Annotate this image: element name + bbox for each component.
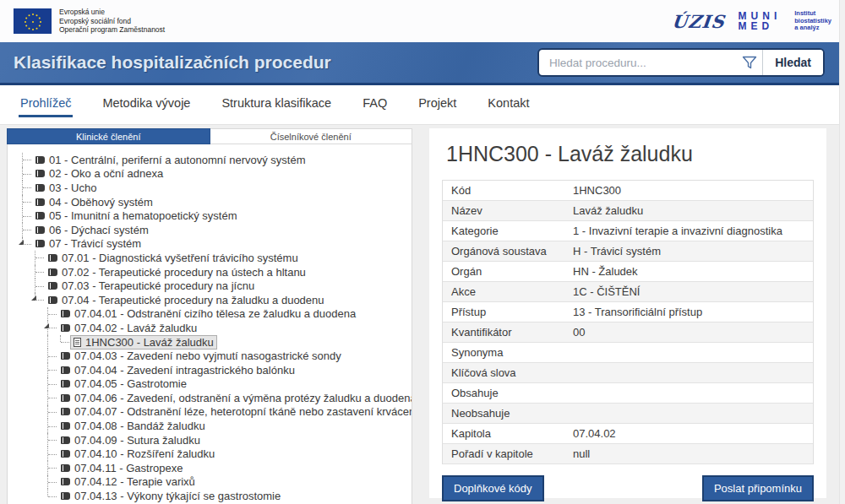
tree-item[interactable]: 07.04.06 - Zavedení, odstranění a výměna… bbox=[19, 391, 412, 405]
tree-item[interactable]: 07.04.09 - Sutura žaludku bbox=[19, 433, 412, 447]
attribute-row: Kapitola07.04.02 bbox=[443, 424, 813, 444]
tree-item-label: 07 - Trávicí systém bbox=[49, 237, 141, 250]
tree-connector bbox=[19, 167, 32, 182]
tree-item[interactable]: 07.04.11 - Gastropexe bbox=[19, 461, 412, 475]
nav-tab-4[interactable]: Projekt bbox=[417, 92, 458, 117]
nav-tab-3[interactable]: FAQ bbox=[361, 92, 389, 117]
tree-guide bbox=[19, 377, 32, 392]
additional-codes-button[interactable]: Doplňkové kódy bbox=[442, 475, 544, 501]
attribute-label: Kapitola bbox=[443, 424, 568, 443]
tree-item[interactable]: 07.01 - Diagnostická vyšetření trávicího… bbox=[19, 251, 412, 265]
search-input[interactable] bbox=[539, 57, 737, 69]
nav-tab-2[interactable]: Struktura klasifikace bbox=[220, 92, 333, 117]
tree-item[interactable]: 07.04.05 - Gastrotomie bbox=[19, 377, 412, 392]
tree-item[interactable]: 02 - Oko a oční adnexa bbox=[19, 167, 412, 182]
expanded-node-icon[interactable] bbox=[19, 240, 24, 245]
book-icon bbox=[61, 450, 70, 458]
book-icon bbox=[61, 310, 70, 317]
book-icon bbox=[48, 282, 57, 290]
attribute-label: Kód bbox=[443, 181, 568, 200]
tree-connector bbox=[45, 489, 57, 503]
tree-item[interactable]: 07.03 - Terapeutické procedury na jícnu bbox=[19, 279, 412, 293]
tree-item-label: 07.04.03 - Zavedení nebo vyjmutí nasogas… bbox=[74, 350, 341, 362]
nav-tab-5[interactable]: Kontakt bbox=[486, 92, 531, 117]
tree-item[interactable]: 05 - Imunitní a hematopoetický systém bbox=[19, 209, 412, 223]
tree-connector bbox=[57, 335, 70, 350]
attribute-row: NázevLaváž žaludku bbox=[443, 201, 813, 221]
tree-item[interactable]: 07.02 - Terapeutické procedury na ústech… bbox=[19, 265, 412, 279]
attribute-value bbox=[568, 370, 813, 377]
attribute-value: 1 - Invazivní terapie a invazivní diagno… bbox=[568, 221, 813, 241]
attribute-row: Klíčová slova bbox=[443, 363, 813, 383]
tree-item[interactable]: 06 - Dýchací systém bbox=[19, 223, 412, 237]
tree-item[interactable]: 07.04.10 - Rozšíření žaludku bbox=[19, 447, 412, 461]
eu-line-3: Operační program Zaměstnanost bbox=[59, 25, 165, 35]
attribute-value: HN - Žaludek bbox=[568, 262, 813, 281]
nav-tab-1[interactable]: Metodika vývoje bbox=[101, 92, 192, 117]
tree-connector bbox=[32, 293, 45, 307]
attribute-label: Pořadí v kapitole bbox=[443, 444, 568, 463]
send-comment-button[interactable]: Poslat připomínku bbox=[702, 475, 814, 501]
tree-guide bbox=[19, 335, 32, 350]
tree-item[interactable]: 07.04.04 - Zavedení intragastrického bal… bbox=[19, 363, 412, 377]
book-icon bbox=[35, 156, 45, 164]
search-button[interactable]: Hledat bbox=[763, 50, 823, 75]
tree-connector bbox=[19, 237, 32, 252]
app-header: Klasifikace hospitalizačních procedur Hl… bbox=[0, 42, 845, 85]
tree-connector bbox=[45, 377, 57, 392]
eu-line-2: Evropský sociální fond bbox=[59, 17, 165, 26]
tree-item-label: 07.04.06 - Zavedení, odstranění a výměna… bbox=[74, 392, 412, 404]
tree-item[interactable]: 07.04.03 - Zavedení nebo vyjmutí nasogas… bbox=[19, 349, 412, 363]
attribute-label: Orgán bbox=[443, 262, 568, 281]
tab-codebook-structure[interactable]: Číselníkové členění bbox=[210, 128, 413, 144]
tree-guide bbox=[32, 461, 45, 475]
tree-item[interactable]: 1HNC300 - Laváž žaludku bbox=[19, 335, 412, 350]
filter-funnel-icon[interactable] bbox=[737, 56, 762, 69]
eu-logo-text: Evropská unie Evropský sociální fond Ope… bbox=[59, 8, 165, 35]
tree-item-label: 07.04.01 - Odstranění cizího tělesa ze ž… bbox=[74, 307, 356, 320]
book-icon bbox=[61, 478, 70, 485]
attribute-value: H - Trávicí systém bbox=[568, 241, 813, 261]
tree-item[interactable]: 07.04.08 - Bandáž žaludku bbox=[19, 419, 412, 433]
tree-item[interactable]: 07 - Trávicí systém bbox=[19, 237, 412, 252]
tree-connector bbox=[19, 153, 32, 167]
attribute-row: Synonyma bbox=[443, 343, 813, 363]
book-icon bbox=[35, 184, 45, 192]
attribute-row: Kategorie1 - Invazivní terapie a invaziv… bbox=[443, 221, 813, 241]
tree-connector bbox=[45, 447, 57, 461]
tree-item[interactable]: 07.04.12 - Terapie varixů bbox=[19, 475, 412, 490]
tree-item[interactable]: 07.04.02 - Laváž žaludku bbox=[19, 321, 412, 335]
tree-item[interactable]: 03 - Ucho bbox=[19, 181, 412, 195]
tree-guide bbox=[19, 489, 32, 503]
attribute-label: Klíčová slova bbox=[443, 363, 568, 382]
tree-connector bbox=[19, 209, 32, 223]
tree-guide bbox=[32, 377, 45, 392]
tree-item[interactable]: 04 - Oběhový systém bbox=[19, 195, 412, 209]
tree-item[interactable]: 07.04.01 - Odstranění cizího tělesa ze ž… bbox=[19, 307, 412, 322]
tree-item[interactable]: 07.04.07 - Odstranění léze, heterotopní … bbox=[19, 405, 412, 420]
book-icon bbox=[35, 240, 45, 247]
expanded-node-icon[interactable] bbox=[31, 295, 36, 301]
attribute-label: Přístup bbox=[443, 302, 568, 322]
tree-item-label: 07.04.02 - Laváž žaludku bbox=[74, 322, 197, 334]
tree-guide bbox=[32, 391, 45, 405]
attribute-label: Neobsahuje bbox=[443, 404, 568, 423]
page-scrollbar[interactable] bbox=[839, 0, 845, 504]
attribute-label: Synonyma bbox=[443, 343, 568, 362]
tree-guide bbox=[32, 447, 45, 461]
tree-item[interactable]: 07.04.13 - Výkony týkající se gastrostom… bbox=[19, 489, 412, 503]
book-icon bbox=[35, 170, 45, 177]
tree-item-label: 07.02 - Terapeutické procedury na ústech… bbox=[62, 266, 306, 279]
tree-guide bbox=[19, 307, 32, 322]
nav-tab-0[interactable]: Prohlížeč bbox=[19, 92, 73, 117]
tree-item-label: 07.04.05 - Gastrotomie bbox=[74, 377, 187, 390]
tree-item[interactable]: 07.04 - Terapeutické procedury na žaludk… bbox=[19, 293, 412, 307]
procedure-title: 1HNC300 - Laváž žaludku bbox=[446, 142, 814, 166]
tab-clinical-structure[interactable]: Klinické členění bbox=[7, 128, 210, 144]
tree-item[interactable]: 01 - Centrální, periferní a autonomní ne… bbox=[19, 153, 412, 167]
expanded-node-icon[interactable] bbox=[44, 323, 49, 328]
attribute-value: 00 bbox=[568, 322, 813, 342]
tree-connector bbox=[45, 461, 57, 475]
book-icon bbox=[61, 436, 70, 444]
tree-connector bbox=[32, 279, 45, 293]
